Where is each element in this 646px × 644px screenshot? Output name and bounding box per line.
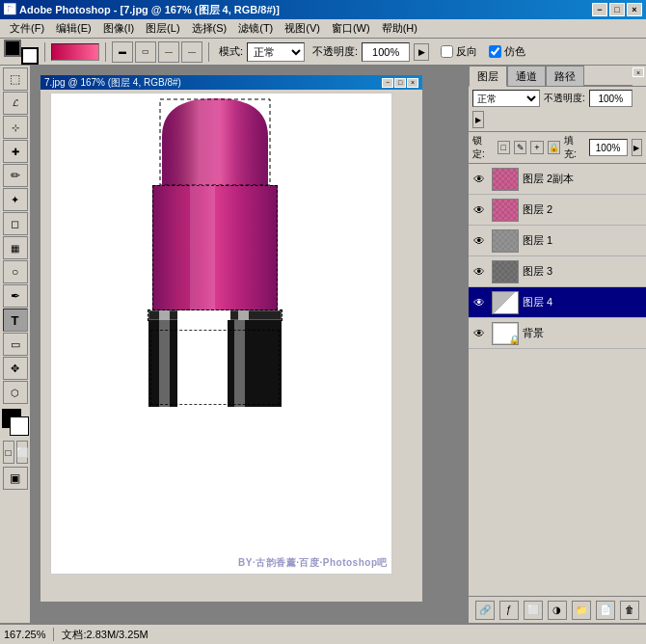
menu-bar: 文件(F) 编辑(E) 图像(I) 图层(L) 选择(S) 滤镜(T) 视图(V… <box>0 19 646 39</box>
layer-thumb-bg: 🔒 <box>492 322 519 345</box>
background-color-swatch[interactable] <box>21 47 39 65</box>
reverse-checkbox-group: 反向 <box>441 44 477 59</box>
gradient-swatch[interactable] <box>51 43 99 61</box>
reverse-label: 反向 <box>456 44 477 59</box>
lock-check4[interactable]: 🔒 <box>548 141 560 154</box>
layer-item-bg[interactable]: 👁 🔒 背景 <box>469 318 646 349</box>
fill-input[interactable] <box>589 139 628 156</box>
doc-size-value: 文档:2.83M/3.25M <box>62 628 148 642</box>
tool-gradient[interactable]: ▦ <box>3 236 28 259</box>
thumb-lock-icon: 🔒 <box>508 335 518 344</box>
canvas-title-bar: 7.jpg @ 167% (图层 4, RGB/8#) − □ × <box>40 75 422 90</box>
status-separator <box>53 628 54 641</box>
tool-quickmask-mode[interactable]: ⬜ <box>16 441 28 464</box>
panel-close-btn[interactable]: × <box>633 67 644 77</box>
zoom-value: 167.25% <box>4 629 45 640</box>
tool-lasso[interactable]: 𝓛 <box>3 92 28 115</box>
layer-item-2[interactable]: 👁 图层 2 <box>469 195 646 226</box>
rect-shape-btn[interactable]: ▬ <box>112 41 133 63</box>
lock-check2[interactable]: ✎ <box>514 141 526 154</box>
fill-arrow[interactable]: ▶ <box>632 139 642 156</box>
circle-shape-btn[interactable]: — <box>158 41 179 63</box>
adjustment-layer-btn[interactable]: ◑ <box>548 601 567 620</box>
tool-crop[interactable]: ⊹ <box>3 116 28 139</box>
layer-item-2copy[interactable]: 👁 图层 2副本 <box>469 164 646 195</box>
layer-style-btn[interactable]: ƒ <box>499 601 519 620</box>
tool-move[interactable]: ✥ <box>3 357 28 380</box>
delete-layer-btn[interactable]: 🗑 <box>620 601 639 620</box>
tool-spot-heal[interactable]: ✚ <box>3 140 28 163</box>
tool-text[interactable]: T <box>3 309 28 332</box>
lock-check3[interactable]: + <box>530 141 543 154</box>
menu-select[interactable]: 选择(S) <box>186 19 233 38</box>
background-color[interactable] <box>10 416 29 436</box>
maximize-button[interactable]: □ <box>609 3 625 16</box>
layer-eye-2copy[interactable]: 👁 <box>471 171 488 188</box>
layer-name-4: 图层 4 <box>523 295 644 309</box>
menu-view[interactable]: 视图(V) <box>279 19 326 38</box>
panel-controls: 正常 不透明度: ▶ <box>469 87 646 132</box>
foreground-color-swatch[interactable] <box>4 40 21 57</box>
layer-eye-bg[interactable]: 👁 <box>471 325 488 342</box>
watermark: BY·古韵香薰·百度·Photoshop吧 <box>238 556 388 570</box>
menu-help[interactable]: 帮助(H) <box>376 19 423 38</box>
line-shape-btn[interactable]: — <box>181 41 202 63</box>
tab-layers[interactable]: 图层 <box>469 66 507 87</box>
tool-screen-mode[interactable]: ▣ <box>3 467 28 490</box>
tool-stamp[interactable]: ✦ <box>3 188 28 211</box>
tool-marquee[interactable]: ⬚ <box>3 67 28 91</box>
layer-name-2: 图层 2 <box>523 202 644 217</box>
menu-file[interactable]: 文件(F) <box>4 19 50 38</box>
layer-eye-2[interactable]: 👁 <box>471 201 488 219</box>
tool-pen[interactable]: ✒ <box>3 284 28 308</box>
opacity-input[interactable] <box>362 42 410 62</box>
layer-item-3[interactable]: 👁 图层 3 <box>469 256 646 287</box>
menu-image[interactable]: 图像(I) <box>97 19 140 38</box>
canvas-minimize[interactable]: − <box>382 78 393 88</box>
layers-list[interactable]: 👁 图层 2副本 👁 图层 2 👁 <box>469 164 646 596</box>
layer-eye-3[interactable]: 👁 <box>471 263 488 281</box>
lock-check1[interactable]: □ <box>498 141 510 154</box>
layer-item-1[interactable]: 👁 图层 1 <box>469 226 646 256</box>
tool-shape[interactable]: ▭ <box>3 333 28 356</box>
layer-mask-btn[interactable]: ⬜ <box>524 601 543 620</box>
simulate-checkbox[interactable] <box>489 45 501 58</box>
app-icon: 🅿 <box>4 3 15 16</box>
canvas-scroll[interactable]: 7.jpg @ 167% (图层 4, RGB/8#) − □ × <box>31 66 468 623</box>
tab-paths[interactable]: 路径 <box>546 66 584 86</box>
reverse-checkbox[interactable] <box>441 45 453 58</box>
tab-channels[interactable]: 通道 <box>507 66 546 86</box>
lipstick-tip-svg <box>152 98 278 185</box>
thumb-gray-1 <box>493 230 518 252</box>
menu-layer[interactable]: 图层(L) <box>140 19 185 38</box>
tool-3d[interactable]: ⬡ <box>3 381 28 404</box>
link-layers-btn[interactable]: 🔗 <box>475 601 495 620</box>
minimize-button[interactable]: − <box>592 3 607 16</box>
layer-eye-1[interactable]: 👁 <box>471 232 488 250</box>
tool-brush[interactable]: ✏ <box>3 164 28 187</box>
blend-mode-select[interactable]: 正常 <box>472 90 540 107</box>
new-layer-btn[interactable]: 📄 <box>596 601 615 620</box>
toolbar: ▬ ▭ — — 模式: 正常 不透明度: ▶ 反向 仿色 <box>0 39 646 66</box>
layer-eye-4[interactable]: 👁 <box>471 294 488 311</box>
doc-size-status: 文档:2.83M/3.25M <box>62 628 148 642</box>
opacity-arrow[interactable]: ▶ <box>414 43 429 61</box>
tool-dodge[interactable]: ○ <box>3 260 28 283</box>
tool-eraser[interactable]: ◻ <box>3 212 28 235</box>
tool-standard-mode[interactable]: □ <box>3 441 14 464</box>
thumb-pink-2copy <box>493 169 518 190</box>
canvas-close[interactable]: × <box>407 78 418 88</box>
menu-window[interactable]: 窗口(W) <box>326 19 376 38</box>
opacity-panel-arrow[interactable]: ▶ <box>472 111 484 128</box>
menu-filter[interactable]: 滤镜(T) <box>232 19 279 38</box>
layer-item-4[interactable]: 👁 图层 4 <box>469 287 646 318</box>
round-shape-btn[interactable]: ▭ <box>135 41 156 63</box>
canvas-maximize[interactable]: □ <box>394 78 406 88</box>
close-button[interactable]: × <box>627 3 642 16</box>
new-group-btn[interactable]: 📁 <box>572 601 591 620</box>
layer-thumb-3 <box>492 260 519 283</box>
mode-select[interactable]: 正常 <box>247 42 305 62</box>
canvas-area[interactable]: 7.jpg @ 167% (图层 4, RGB/8#) − □ × <box>31 66 468 623</box>
menu-edit[interactable]: 编辑(E) <box>50 19 97 38</box>
opacity-panel-input[interactable] <box>589 90 633 107</box>
